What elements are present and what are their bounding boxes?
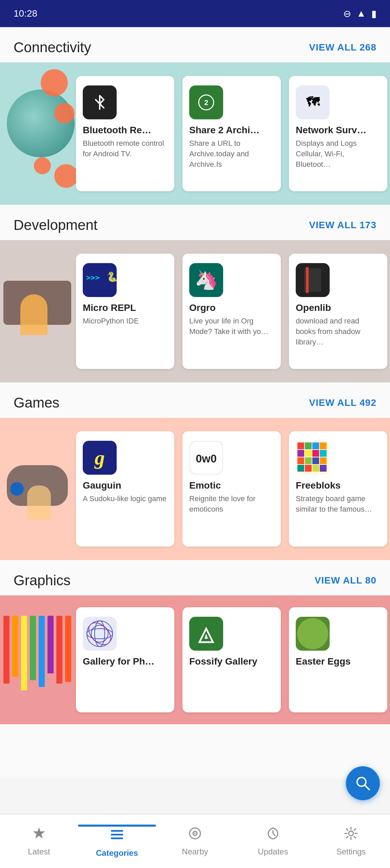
share2archive-icon: 2 xyxy=(189,85,223,119)
development-section-header: Development VIEW ALL 173 xyxy=(0,205,390,240)
gauguin-app-name: Gauguin xyxy=(83,480,121,491)
app-card-microrepl[interactable]: >>> 🐍 Micro REPL MicroPython IDE xyxy=(76,254,174,369)
nav-updates-label: Updates xyxy=(258,847,288,856)
freebloks-app-desc: Strategy board game similar to the famou… xyxy=(296,494,381,515)
orgro-app-name: Orgro xyxy=(189,302,216,313)
svg-point-53 xyxy=(194,833,196,834)
svg-text:>>>: >>> xyxy=(86,273,100,282)
orgro-app-desc: Live your life in Org Mode? Take it with… xyxy=(189,316,274,337)
nearby-icon xyxy=(188,826,202,844)
nav-categories-label: Categories xyxy=(96,848,138,858)
main-content: Connectivity VIEW ALL 268 Bluetooth Re xyxy=(0,27,390,778)
circle-decoration xyxy=(41,69,68,96)
app-card-network[interactable]: 🗺 Network Surv… Displays and Logs Cellul… xyxy=(289,76,387,191)
app-card-gallery-ph[interactable]: Gallery for Ph… xyxy=(76,607,174,712)
status-time: 10:28 xyxy=(14,8,37,19)
emotic-icon: 0w0 xyxy=(189,441,223,475)
share2archive-app-desc: Share a URL to Archive.today and Archive… xyxy=(189,138,274,170)
svg-text:2: 2 xyxy=(204,98,208,107)
app-card-orgro[interactable]: 🦄 Orgro Live your life in Org Mode? Take… xyxy=(182,254,281,369)
graphics-banner: Gallery for Ph… Fossify Gallery xyxy=(0,595,390,724)
svg-text:0w0: 0w0 xyxy=(196,452,217,465)
microrepl-app-name: Micro REPL xyxy=(83,302,136,313)
svg-rect-33 xyxy=(312,465,319,472)
do-not-disturb-icon: ⊖ xyxy=(343,8,351,19)
svg-rect-21 xyxy=(312,442,319,449)
easter-eggs-app-name: Easter Eggs xyxy=(296,656,351,667)
pencils-icon xyxy=(3,616,71,690)
nav-latest[interactable]: Latest xyxy=(0,826,78,856)
openlib-app-desc: download and read books from shadow libr… xyxy=(296,316,381,347)
development-banner: >>> 🐍 Micro REPL MicroPython IDE 🦄 Orgro… xyxy=(0,240,390,382)
connectivity-section-header: Connectivity VIEW ALL 268 xyxy=(0,27,390,62)
development-view-all[interactable]: VIEW ALL 173 xyxy=(309,220,376,231)
battery-icon: ▮ xyxy=(371,8,376,19)
nav-settings[interactable]: Settings xyxy=(312,826,390,856)
categories-icon xyxy=(110,827,124,846)
games-view-all[interactable]: VIEW ALL 492 xyxy=(309,397,376,408)
gallery-ph-icon xyxy=(83,617,117,651)
microrepl-icon: >>> 🐍 xyxy=(83,263,117,297)
connectivity-title: Connectivity xyxy=(14,39,91,56)
app-card-openlib[interactable]: Openlib download and read books from sha… xyxy=(289,254,387,369)
fossify-icon xyxy=(189,617,223,651)
wifi-icon: ▲ xyxy=(356,8,366,19)
openlib-app-name: Openlib xyxy=(296,302,331,313)
graphics-view-all[interactable]: VIEW ALL 80 xyxy=(315,575,376,586)
circle-blue-icon xyxy=(10,482,24,496)
circle-decoration xyxy=(34,157,51,174)
app-card-easter-eggs[interactable]: Easter Eggs xyxy=(289,607,387,712)
nav-settings-label: Settings xyxy=(336,847,366,856)
hand-games-icon xyxy=(27,486,51,519)
orgro-icon: 🦄 xyxy=(189,263,223,297)
latest-icon xyxy=(32,826,46,844)
status-icons: ⊖ ▲ ▮ xyxy=(343,8,376,19)
app-card-fossify[interactable]: Fossify Gallery xyxy=(182,607,281,712)
bluetooth-app-desc: Bluetooth remote control for Android TV. xyxy=(83,138,168,159)
svg-marker-47 xyxy=(33,827,45,839)
svg-rect-24 xyxy=(305,450,312,457)
svg-rect-34 xyxy=(320,465,327,472)
app-card-gauguin[interactable]: g Gauguin A Sudoku-like logic game xyxy=(76,431,174,547)
svg-rect-50 xyxy=(111,837,123,839)
app-card-freebloks[interactable]: Freebloks Strategy board game similar to… xyxy=(289,431,387,547)
svg-rect-48 xyxy=(111,830,123,832)
app-card-bluetooth[interactable]: Bluetooth Re… Bluetooth remote control f… xyxy=(76,76,174,191)
graphics-app-row: Gallery for Ph… Fossify Gallery xyxy=(68,595,390,724)
nav-nearby-label: Nearby xyxy=(182,847,208,856)
games-app-row: g Gauguin A Sudoku-like logic game 0w0 E… xyxy=(68,418,390,560)
svg-rect-26 xyxy=(320,450,327,457)
nav-updates[interactable]: Updates xyxy=(234,826,312,856)
settings-icon xyxy=(344,826,358,844)
nav-nearby[interactable]: Nearby xyxy=(156,826,234,856)
openlib-icon xyxy=(296,263,330,297)
svg-rect-28 xyxy=(305,457,312,464)
svg-rect-30 xyxy=(320,457,327,464)
nav-active-indicator xyxy=(78,825,156,827)
fab-search-button[interactable] xyxy=(346,766,380,800)
bluetooth-icon xyxy=(83,85,117,119)
svg-text:g: g xyxy=(94,447,105,469)
app-card-emotic[interactable]: 0w0 Emotic Reignite the love for emotico… xyxy=(182,431,281,547)
svg-text:🐍: 🐍 xyxy=(106,271,117,282)
fossify-app-name: Fossify Gallery xyxy=(189,656,257,667)
svg-rect-20 xyxy=(305,442,312,449)
svg-rect-25 xyxy=(312,450,319,457)
connectivity-app-row: Bluetooth Re… Bluetooth remote control f… xyxy=(68,62,390,205)
graphics-section-header: Graphics VIEW ALL 80 xyxy=(0,560,390,595)
connectivity-view-all[interactable]: VIEW ALL 268 xyxy=(309,42,376,53)
bluetooth-app-name: Bluetooth Re… xyxy=(83,125,151,136)
nav-categories[interactable]: Categories xyxy=(78,825,156,858)
svg-rect-22 xyxy=(320,442,327,449)
gallery-ph-app-name: Gallery for Ph… xyxy=(83,656,155,667)
svg-rect-32 xyxy=(305,465,312,472)
svg-rect-23 xyxy=(297,450,304,457)
network-icon: 🗺 xyxy=(296,85,330,119)
nav-latest-label: Latest xyxy=(28,847,50,856)
svg-text:🦄: 🦄 xyxy=(195,269,218,291)
games-section-header: Games VIEW ALL 492 xyxy=(0,382,390,418)
svg-rect-35 xyxy=(83,617,117,651)
app-card-share2archive[interactable]: 2 Share 2 Archi… Share a URL to Archive.… xyxy=(182,76,281,191)
svg-rect-13 xyxy=(306,267,309,293)
gauguin-app-desc: A Sudoku-like logic game xyxy=(83,494,167,504)
